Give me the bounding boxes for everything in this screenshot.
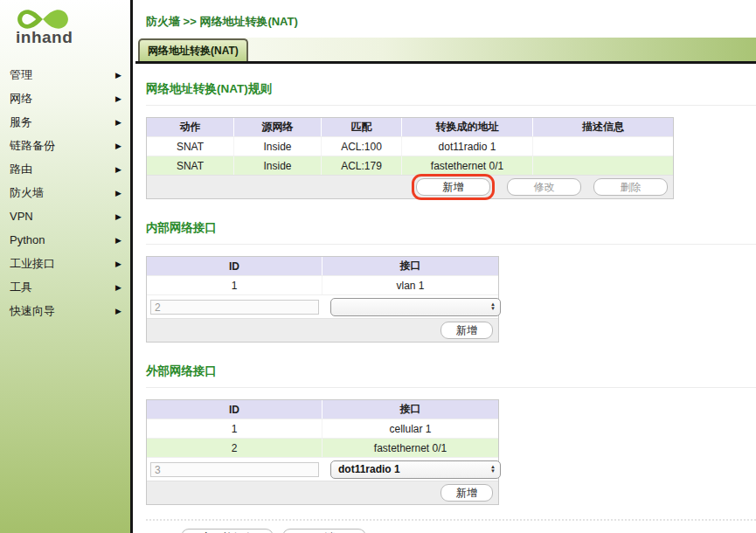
main-area: 防火墙 >> 网络地址转换(NAT) 网络地址转换(NAT) 网络地址转换(NA…	[135, 0, 756, 533]
inhand-logo: inhand	[0, 0, 105, 47]
col-header-action: 动作	[147, 118, 234, 136]
nat-delete-button[interactable]: 删除	[593, 178, 668, 196]
external-interfaces-title: 外部网络接口	[146, 363, 756, 388]
cell-translated: fastethernet 0/1	[402, 156, 533, 175]
select-stepper-icon: ▲▼	[490, 302, 496, 311]
cell-action: SNAT	[147, 137, 234, 156]
sidebar-item-vpn[interactable]: VPN ▶	[0, 204, 130, 228]
footer-actions: 应用并保存 取消	[146, 521, 756, 533]
external-add-button[interactable]: 新增	[440, 484, 493, 502]
sidebar-item-label: 链路备份	[10, 138, 55, 154]
chevron-right-icon: ▶	[115, 118, 121, 127]
sidebar-item-management[interactable]: 管理 ▶	[0, 63, 130, 87]
cell-interface: cellular 1	[323, 419, 498, 438]
tab-nat[interactable]: 网络地址转换(NAT)	[138, 38, 248, 61]
col-header-id: ID	[147, 400, 323, 419]
chevron-right-icon: ▶	[115, 260, 121, 268]
sidebar-item-label: 工具	[10, 280, 32, 295]
sidebar-item-python[interactable]: Python ▶	[0, 228, 130, 252]
sidebar-item-services[interactable]: 服务 ▶	[0, 110, 130, 134]
sidebar-item-label: 网络	[10, 91, 32, 107]
table-row[interactable]: 1 cellular 1	[147, 419, 498, 438]
sidebar-item-tools[interactable]: 工具 ▶	[0, 275, 130, 299]
external-id-input[interactable]	[150, 462, 319, 477]
internal-id-input[interactable]	[150, 300, 319, 315]
chevron-right-icon: ▶	[115, 212, 121, 221]
sidebar-item-industrial-interface[interactable]: 工业接口 ▶	[0, 252, 130, 275]
nat-modify-button[interactable]: 修改	[507, 178, 581, 196]
table-row[interactable]: 1 vlan 1	[147, 275, 498, 294]
chevron-right-icon: ▶	[115, 189, 121, 197]
internal-interface-select[interactable]: ▲▼	[330, 298, 501, 316]
sidebar-item-network[interactable]: 网络 ▶	[0, 87, 130, 110]
col-header-interface: 接口	[323, 400, 498, 419]
cell-id: 1	[147, 276, 323, 294]
chevron-right-icon: ▶	[115, 307, 121, 315]
select-stepper-icon: ▲▼	[490, 465, 496, 474]
internal-interfaces-table: ID 接口 1 vlan 1 ▲▼	[146, 256, 499, 343]
brand-name: inhand	[16, 28, 105, 47]
sidebar-item-label: 防火墙	[10, 185, 44, 201]
nat-rules-title: 网络地址转换(NAT)规则	[146, 81, 756, 106]
external-new-entry-row: dot11radio 1 ▲▼	[147, 457, 498, 481]
cell-id: 2	[147, 439, 323, 457]
col-header-translated-address: 转换成的地址	[402, 118, 533, 136]
internal-add-button[interactable]: 新增	[440, 322, 493, 339]
external-interface-select[interactable]: dot11radio 1 ▲▼	[330, 460, 501, 479]
internal-actions-row: 新增	[147, 318, 498, 342]
nat-add-button[interactable]: 新增	[416, 178, 490, 196]
content-panel: 网络地址转换(NAT)规则 动作 源网络 匹配 转换成的地址 描述信息 SNAT…	[135, 64, 756, 533]
cancel-button[interactable]: 取消	[282, 529, 366, 533]
chevron-right-icon: ▶	[115, 71, 121, 80]
cell-description	[533, 156, 673, 175]
col-header-description: 描述信息	[533, 118, 673, 136]
internal-new-entry-row: ▲▼	[147, 294, 498, 318]
sidebar-item-label: 工业接口	[10, 256, 55, 272]
chevron-right-icon: ▶	[115, 94, 121, 103]
sidebar-item-label: 路由	[10, 162, 32, 177]
nat-rules-table: 动作 源网络 匹配 转换成的地址 描述信息 SNAT Inside ACL:10…	[146, 117, 674, 199]
breadcrumb: 防火墙 >> 网络地址转换(NAT)	[135, 0, 756, 30]
table-row[interactable]: 2 fastethernet 0/1	[147, 438, 498, 457]
table-row[interactable]: SNAT Inside ACL:179 fastethernet 0/1	[147, 156, 673, 175]
chevron-right-icon: ▶	[115, 236, 121, 245]
cell-translated: dot11radio 1	[402, 137, 533, 156]
sidebar-item-label: 服务	[10, 114, 32, 130]
sidebar-item-label: 快速向导	[10, 303, 55, 319]
sidebar-item-label: 管理	[10, 67, 32, 83]
select-value: dot11radio 1	[338, 463, 400, 475]
external-actions-row: 新增	[147, 481, 498, 504]
internal-interfaces-title: 内部网络接口	[146, 220, 756, 245]
table-header-row: ID 接口	[147, 400, 498, 419]
chevron-right-icon: ▶	[115, 165, 121, 174]
apply-save-button[interactable]: 应用并保存	[181, 529, 274, 533]
cell-match: ACL:100	[322, 137, 402, 156]
col-header-source-network: 源网络	[234, 118, 322, 136]
sidebar-item-label: VPN	[10, 210, 33, 223]
sidebar: inhand 管理 ▶ 网络 ▶ 服务 ▶ 链路备份 ▶ 路由 ▶ 防火墙 ▶ …	[0, 0, 133, 533]
table-row[interactable]: SNAT Inside ACL:100 dot11radio 1	[147, 136, 673, 156]
sidebar-item-quick-wizard[interactable]: 快速向导 ▶	[0, 299, 130, 322]
tab-strip: 网络地址转换(NAT)	[135, 38, 756, 64]
sidebar-item-firewall[interactable]: 防火墙 ▶	[0, 181, 130, 204]
chevron-right-icon: ▶	[115, 283, 121, 292]
external-interfaces-table: ID 接口 1 cellular 1 2 fastethernet 0/1 do…	[146, 399, 499, 505]
col-header-match: 匹配	[322, 118, 402, 136]
sidebar-menu: 管理 ▶ 网络 ▶ 服务 ▶ 链路备份 ▶ 路由 ▶ 防火墙 ▶ VPN ▶ P…	[0, 63, 130, 322]
cell-id: 1	[147, 419, 323, 438]
col-header-interface: 接口	[323, 257, 498, 275]
cell-interface: vlan 1	[323, 276, 498, 294]
col-header-id: ID	[147, 257, 323, 275]
sidebar-item-label: Python	[10, 233, 45, 246]
table-header-row: 动作 源网络 匹配 转换成的地址 描述信息	[147, 118, 673, 136]
cell-source: Inside	[234, 137, 322, 156]
chevron-right-icon: ▶	[115, 142, 121, 150]
cell-source: Inside	[234, 156, 322, 175]
cell-description	[533, 137, 673, 156]
nat-actions-row: 新增 修改 删除	[147, 175, 673, 198]
sidebar-item-link-backup[interactable]: 链路备份 ▶	[0, 134, 130, 157]
cell-match: ACL:179	[322, 156, 402, 175]
table-header-row: ID 接口	[147, 257, 498, 275]
add-button-highlight-annotation: 新增	[412, 174, 495, 200]
sidebar-item-routing[interactable]: 路由 ▶	[0, 157, 130, 181]
